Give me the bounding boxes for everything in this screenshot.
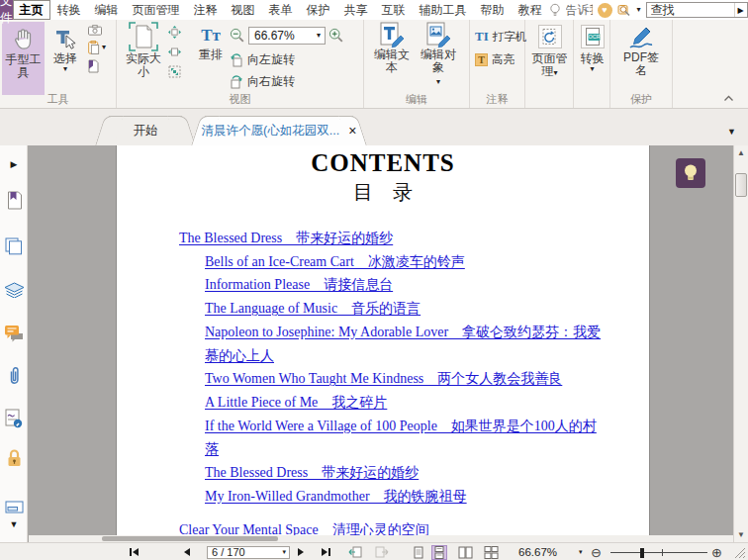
tab-document[interactable]: 清晨许个愿(心如花园双... × bbox=[205, 116, 353, 145]
next-view-button[interactable] bbox=[375, 543, 389, 560]
heart-icon[interactable]: ♥ bbox=[598, 3, 612, 18]
menu-tab[interactable]: 互联 bbox=[375, 0, 413, 20]
menu-tab[interactable]: 辅助工具 bbox=[413, 0, 474, 20]
toc-link[interactable]: Two Women Who Taught Me Kindness 两个女人教会我… bbox=[205, 367, 649, 391]
rotate-left-button[interactable]: 向左旋转 bbox=[230, 51, 295, 68]
continuous-view-icon bbox=[434, 546, 444, 559]
edit-object-button[interactable]: 编辑对象▾ bbox=[416, 21, 461, 100]
toc-link[interactable]: 落 bbox=[205, 437, 649, 461]
edit-text-button[interactable]: 编辑文本 bbox=[370, 21, 414, 100]
select-tool-button[interactable]: 选择 ▾ bbox=[47, 22, 84, 95]
typewriter-button[interactable]: TI 打字机 bbox=[475, 29, 526, 45]
toc-link[interactable]: My Iron-Willed Grandmother 我的铁腕祖母 bbox=[205, 485, 649, 509]
horizontal-scrollbar-thumb[interactable] bbox=[102, 536, 278, 541]
menu-tab[interactable]: 视图 bbox=[225, 0, 262, 20]
toc-link[interactable]: Bells of an Ice-Cream Cart 冰激凌车的铃声 bbox=[205, 250, 649, 274]
comments-panel-icon[interactable] bbox=[0, 325, 28, 342]
page-thumbnails-panel-icon[interactable] bbox=[0, 237, 28, 255]
toc-link[interactable]: The Blessed Dress 带来好运的婚纱 bbox=[179, 227, 649, 250]
status-zoom-value[interactable]: 66.67% bbox=[518, 543, 557, 560]
menu-tab[interactable]: 主页 bbox=[13, 0, 50, 20]
menu-tab[interactable]: 页面管理 bbox=[126, 0, 187, 20]
zoom-slider-thumb[interactable] bbox=[640, 548, 644, 558]
reflow-button[interactable]: Tт 重排 bbox=[192, 21, 230, 100]
highlight-button[interactable]: T 高亮 bbox=[475, 52, 514, 67]
zoom-level-combobox[interactable]: 66.67% ▾ bbox=[248, 27, 326, 45]
previous-view-button[interactable] bbox=[348, 543, 362, 560]
vertical-scrollbar[interactable]: ▲ ▼ bbox=[733, 145, 748, 542]
tab-start[interactable]: 开始 bbox=[109, 116, 182, 145]
convert-button[interactable]: OCR 转换 ▾ bbox=[576, 25, 608, 73]
collapse-ribbon-icon[interactable] bbox=[723, 95, 734, 102]
menu-tab[interactable]: 编辑 bbox=[88, 0, 126, 20]
page-number-combobox[interactable]: 6 / 170 ▾ bbox=[207, 546, 290, 559]
toc-link[interactable]: If the World Were a Village of 100 Peopl… bbox=[205, 415, 649, 438]
pdf-sign-button[interactable]: PDF签名 bbox=[618, 24, 664, 77]
zoom-in-icon[interactable] bbox=[328, 28, 344, 44]
zoom-slider[interactable] bbox=[610, 552, 707, 554]
expand-panel-icon[interactable]: ▶ bbox=[0, 159, 28, 169]
previous-page-button[interactable] bbox=[184, 543, 190, 560]
menu-tab[interactable]: 共享 bbox=[337, 0, 375, 20]
find-input[interactable]: 查找 ▶ bbox=[646, 2, 748, 18]
bookmarks-panel-icon[interactable] bbox=[0, 191, 28, 210]
menu-tab[interactable]: 教程 bbox=[512, 0, 549, 20]
toc-link[interactable]: Information Please 请接信息台 bbox=[205, 273, 649, 297]
close-tab-icon[interactable]: × bbox=[348, 125, 356, 137]
rotate-right-button[interactable]: 向右旋转 bbox=[230, 73, 295, 90]
search-dropdown-icon[interactable]: ▾ bbox=[637, 6, 641, 14]
first-page-button[interactable] bbox=[130, 543, 139, 560]
scroll-down-icon[interactable]: ▼ bbox=[734, 530, 748, 539]
menu-tab[interactable]: 表单 bbox=[262, 0, 300, 20]
first-page-icon bbox=[130, 548, 132, 556]
next-page-button[interactable] bbox=[298, 543, 304, 560]
single-page-view-button[interactable] bbox=[412, 545, 425, 560]
menu-tab[interactable]: 注释 bbox=[187, 0, 225, 20]
clipboard-button[interactable]: ▾ bbox=[88, 41, 106, 54]
layers-panel-icon[interactable] bbox=[0, 281, 28, 298]
tell-me-label[interactable]: 告诉我 bbox=[566, 2, 593, 19]
snapshot-camera-icon[interactable] bbox=[88, 25, 102, 36]
clipboard-dropdown-icon: ▾ bbox=[102, 44, 106, 51]
assistant-lightbulb-button[interactable] bbox=[676, 158, 705, 188]
find-next-icon[interactable]: ▶ bbox=[734, 3, 747, 17]
hand-tool-button[interactable]: 手型工具 bbox=[2, 22, 45, 95]
search-icon[interactable] bbox=[617, 3, 632, 17]
window-resize-grip[interactable] bbox=[734, 547, 746, 559]
zoom-out-button[interactable]: ⊖ bbox=[591, 543, 602, 560]
page-manage-button[interactable]: 页面管理▾ bbox=[529, 25, 570, 78]
toc-link[interactable]: A Little Piece of Me 我之碎片 bbox=[205, 391, 649, 415]
toc-link[interactable]: 慕的心上人 bbox=[205, 344, 649, 368]
status-zoom-dropdown-icon[interactable]: ▾ bbox=[579, 543, 583, 560]
toc-link[interactable]: Clear Your Mental Space 清理心灵的空间 bbox=[179, 518, 649, 535]
toc-link[interactable]: Napoleon to Josephine: My Adorable Lover… bbox=[205, 321, 649, 344]
menu-tab[interactable]: 保护 bbox=[300, 0, 337, 20]
tab-list-dropdown-icon[interactable]: ▼ bbox=[727, 127, 736, 137]
continuous-view-button[interactable] bbox=[431, 545, 447, 560]
zoom-in-button[interactable]: ⊕ bbox=[711, 543, 722, 560]
facing-view-button[interactable] bbox=[456, 545, 475, 560]
scroll-up-icon[interactable]: ▲ bbox=[734, 148, 748, 157]
security-panel-icon[interactable] bbox=[0, 448, 28, 468]
file-menu-button[interactable]: 文件 bbox=[0, 0, 13, 20]
fit-visible-icon[interactable] bbox=[168, 65, 181, 78]
single-page-view-icon bbox=[414, 546, 423, 559]
vertical-scrollbar-thumb[interactable] bbox=[735, 173, 747, 197]
signatures-panel-icon[interactable] bbox=[0, 409, 28, 428]
hand-icon bbox=[11, 26, 37, 53]
continuous-facing-view-button[interactable] bbox=[482, 545, 501, 560]
menu-tab[interactable]: 转换 bbox=[50, 0, 88, 20]
fields-panel-icon[interactable] bbox=[0, 501, 28, 513]
more-panels-icon[interactable]: ▼ bbox=[0, 519, 28, 529]
attachments-panel-icon[interactable] bbox=[0, 366, 28, 386]
actual-size-button[interactable]: 实际大小 bbox=[123, 21, 164, 100]
toc-link[interactable]: The Blessed Dress 带来好运的婚纱 bbox=[205, 461, 649, 485]
page-bookmark-icon[interactable] bbox=[88, 59, 99, 73]
horizontal-scrollbar[interactable] bbox=[29, 535, 733, 542]
fit-page-icon[interactable] bbox=[168, 26, 181, 39]
fit-width-icon[interactable] bbox=[168, 46, 181, 58]
menu-tab[interactable]: 帮助 bbox=[474, 0, 512, 20]
last-page-button[interactable] bbox=[322, 543, 330, 560]
toc-link[interactable]: The Language of Music 音乐的语言 bbox=[205, 297, 649, 321]
zoom-out-icon[interactable] bbox=[230, 28, 245, 44]
